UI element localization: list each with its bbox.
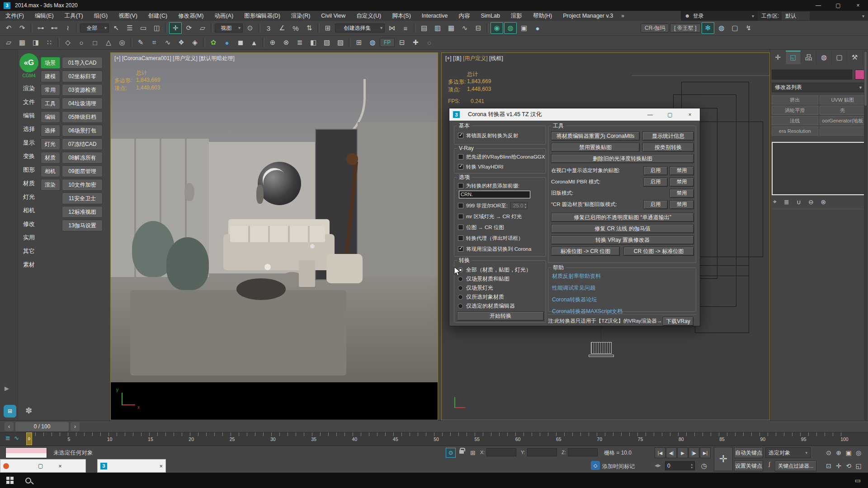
array-icon[interactable]: ▦ <box>16 37 28 48</box>
checkbox-vrayhdri[interactable]: 转换 VRayHDRI <box>458 163 503 170</box>
attach-icon[interactable]: ⊕ <box>266 37 279 48</box>
reference-coordinate-dropdown[interactable]: 视图 <box>215 23 243 33</box>
script-button[interactable]: 01导入CAD <box>62 57 103 69</box>
detach-icon[interactable]: ⊗ <box>280 37 292 48</box>
radio-option[interactable]: 仅场景灯光 <box>458 283 531 292</box>
edit-named-selections-icon[interactable]: ⊞ <box>321 22 334 34</box>
frame-step-icons[interactable]: ◀▶ <box>655 463 661 468</box>
sidebar-group-label[interactable]: 材质 <box>23 177 35 190</box>
help-link[interactable]: Corona转换器论坛 <box>552 296 623 304</box>
fix-normal-gamma-button[interactable]: 修复 CR 法线 的伽马值 <box>551 224 694 233</box>
show-stats-button[interactable]: 显示统计信息 <box>642 131 694 141</box>
download-vray-button[interactable]: 下载VRay <box>663 317 693 326</box>
current-frame-spinner[interactable]: 0▴▾ <box>665 461 695 470</box>
go-to-start-button[interactable]: |◀ <box>655 447 665 458</box>
edit-poly-icon[interactable]: ✎ <box>134 37 147 48</box>
zoom-extents-icon[interactable]: ▣ <box>844 448 854 458</box>
radio-option[interactable]: 仅所选对象材质 <box>458 292 531 301</box>
object-name-field[interactable] <box>772 70 852 80</box>
align-icon[interactable]: ≡ <box>399 22 412 34</box>
mirror-icon[interactable]: ⋈ <box>386 22 398 34</box>
script-button[interactable]: 03资源检查 <box>62 84 103 96</box>
menu-item[interactable]: 渲染(R) <box>286 11 316 21</box>
menu-item[interactable]: 脚本(S) <box>387 11 416 21</box>
use-pivot-center-icon[interactable]: ⊙ <box>244 22 256 34</box>
disable-button[interactable]: 禁用 <box>670 178 694 187</box>
menu-item[interactable]: 组(G) <box>89 11 113 21</box>
notification-tray-icon[interactable]: ▭ <box>855 477 861 484</box>
menu-overflow-icon[interactable]: » <box>621 13 624 19</box>
dialog-title-bar[interactable]: 3 Corona 转换器 v1.45 TZ 汉化 — ▢ × <box>449 108 700 121</box>
isolate-selection-icon[interactable]: ⊙ <box>446 448 456 458</box>
convert-by-class-button[interactable]: 按类别转换 <box>642 143 694 152</box>
pan-icon[interactable]: ✛ <box>834 461 844 471</box>
workspace-selector[interactable]: 工作区: 默认 ▾ <box>758 11 868 21</box>
modifier-preset-button[interactable]: 法线 <box>772 116 818 125</box>
track-bar[interactable]: ≣∿ 0510152025303540455055606570758085909… <box>0 432 868 446</box>
auto-key-button[interactable]: 自动关键点 <box>734 447 763 458</box>
menu-item[interactable]: 动画(A) <box>209 11 239 21</box>
configure-modifier-sets-icon[interactable]: ⊛ <box>821 198 826 206</box>
symmetry-icon[interactable]: ❖ <box>175 37 188 48</box>
menu-item[interactable]: Civil View <box>316 11 351 21</box>
key-filters-button[interactable]: 关键点过滤器... <box>775 460 816 471</box>
close-icon[interactable]: × <box>58 463 62 469</box>
sidebar-group-label[interactable]: 渲染 <box>23 82 35 95</box>
minimized-window-2[interactable]: 3 × <box>97 459 166 473</box>
monitor-icon[interactable]: ▢ <box>729 22 741 34</box>
add-time-tag[interactable]: 添加时间标记 <box>602 463 635 470</box>
script-button[interactable]: 05降级归档 <box>62 111 103 123</box>
prefix-input[interactable]: CRN. <box>459 191 530 198</box>
modifier-stack[interactable] <box>772 142 866 195</box>
mini-curve-icon[interactable]: ∿ <box>14 435 19 441</box>
next-frame-button[interactable]: |▶ <box>689 447 699 458</box>
clone-options-icon[interactable]: ▱ <box>2 37 15 48</box>
sidebar-tab[interactable]: 编辑 <box>41 111 60 123</box>
maximize-button[interactable]: ▢ <box>828 0 848 11</box>
percent-snap-icon[interactable]: % <box>289 22 302 34</box>
modifier-preset-button[interactable]: era Resolution <box>772 127 818 136</box>
display-tab[interactable]: ▢ <box>832 51 847 64</box>
menu-item[interactable]: 创建(C) <box>143 11 173 21</box>
sidebar-group-label[interactable]: 编辑 <box>23 109 35 122</box>
checker-map-icon[interactable]: ▧ <box>321 37 333 48</box>
menu-item[interactable]: 修改器(M) <box>173 11 209 21</box>
torus-primitive-icon[interactable]: ◎ <box>116 37 128 48</box>
batch-render-icon[interactable]: ⊟ <box>396 37 408 48</box>
y-coordinate-field[interactable] <box>527 448 557 456</box>
dialog-close-button[interactable]: × <box>680 112 700 118</box>
script-button[interactable]: 06场景打包 <box>62 125 103 136</box>
snap-toggle-3d-icon[interactable]: 3 <box>262 22 275 34</box>
turbosmooth-icon[interactable]: ◈ <box>189 37 201 48</box>
layer-explorer-icon[interactable]: ▥ <box>431 22 444 34</box>
create-tab[interactable]: ✛ <box>770 51 786 64</box>
menu-item[interactable]: 视图(V) <box>113 11 143 21</box>
outline-icon[interactable]: ≣ <box>293 37 306 48</box>
viewport-header[interactable]: [+] [顶] [用户定义] [线框] <box>445 55 503 62</box>
sidebar-group-label[interactable]: 素材 <box>23 258 35 272</box>
sidebar-tab[interactable]: 渲染 <box>41 179 60 191</box>
sidebar-group-label[interactable]: 其它 <box>23 244 35 258</box>
help-link[interactable]: 性能调试常见问题 <box>552 284 623 292</box>
scene-tag-button[interactable]: [ 帝王墅 ] <box>670 23 700 33</box>
zoom-icon[interactable]: ⊙ <box>824 448 834 458</box>
box-primitive-icon[interactable]: □ <box>89 37 101 48</box>
menu-item[interactable]: 图形编辑器(D) <box>239 11 286 21</box>
sidebar-tab[interactable]: 选择 <box>41 125 60 136</box>
utilities-tab[interactable]: ⚒ <box>847 51 863 64</box>
material-editor-icon[interactable]: ◉ <box>491 22 503 34</box>
sidebar-tab[interactable]: 建模 <box>41 70 60 82</box>
sidebar-group-label[interactable]: 相机 <box>23 204 35 217</box>
sidebar-group-label[interactable]: 实用 <box>23 231 35 244</box>
modifier-preset-button[interactable]: oorGenerator(地板 <box>820 116 866 125</box>
foliage-icon[interactable]: ✿ <box>207 37 220 48</box>
checkbox-add-prefix[interactable]: 为转换的材质添加前缀: <box>458 182 519 189</box>
lattice-icon[interactable]: ⌗ <box>148 37 160 48</box>
search-icon[interactable] <box>25 478 31 483</box>
menu-item[interactable]: 帮助(H) <box>528 11 557 21</box>
script-button[interactable]: 11安全卫士 <box>62 192 103 204</box>
cr-to-std-bitmap-button[interactable]: CR 位图 -> 标准位图 <box>623 247 694 256</box>
cone-primitive-icon[interactable]: △ <box>102 37 115 48</box>
terrain-icon[interactable]: ▲ <box>248 37 260 48</box>
menu-item[interactable]: Project Manager v.3 <box>557 11 618 21</box>
